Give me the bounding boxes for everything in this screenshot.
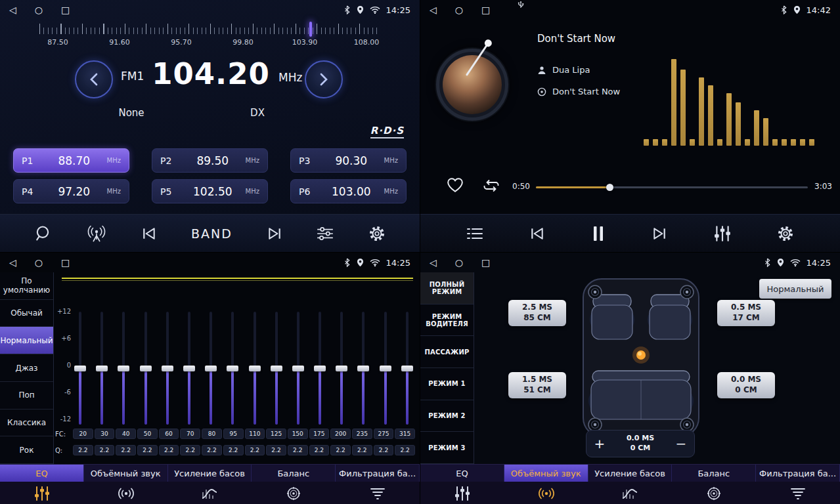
decrease-delay-button[interactable]: −	[668, 436, 694, 452]
slider-handle[interactable]	[205, 366, 217, 371]
preset-button-p4[interactable]: P497.20MHz	[13, 179, 129, 203]
eq-band-125hz[interactable]	[270, 312, 283, 425]
soundfield-mode-3[interactable]: РЕЖИМ 1	[420, 368, 474, 400]
eq-band-80hz[interactable]	[204, 312, 217, 425]
slider-handle[interactable]	[227, 366, 238, 371]
soundfield-mode-4[interactable]: РЕЖИМ 2	[420, 400, 474, 432]
slider-handle[interactable]	[314, 366, 326, 371]
eq-band-315hz[interactable]	[401, 312, 414, 425]
dsp-tab-3[interactable]: Баланс	[252, 465, 336, 482]
soundfield-mode-2[interactable]: ПАССАЖИР	[420, 336, 474, 368]
pause-button[interactable]	[591, 225, 606, 242]
nav-home-button[interactable]: ○	[455, 253, 463, 272]
nav-home-button[interactable]: ○	[35, 0, 43, 20]
previous-track-button[interactable]	[529, 226, 546, 241]
progress-knob[interactable]	[606, 184, 613, 191]
eq-band-175hz[interactable]	[313, 312, 326, 425]
eq-preset-5[interactable]: Классика	[0, 410, 53, 437]
nav-recents-button[interactable]: □	[481, 253, 490, 272]
slider-handle[interactable]	[162, 366, 173, 371]
eq-band-150hz[interactable]	[292, 312, 305, 425]
dsp-tab-3[interactable]: Баланс	[672, 465, 756, 482]
dsp-tab-0[interactable]: EQ	[420, 465, 504, 482]
dsp-tab-4[interactable]: Фильтрация ба...	[756, 465, 840, 482]
delay-rear-left[interactable]: 1.5 MS 51 CM	[508, 372, 566, 398]
dsp-tab-0[interactable]: EQ	[0, 465, 84, 482]
delay-rear-right[interactable]: 0.0 MS 0 CM	[717, 372, 775, 398]
nav-recents-button[interactable]: □	[61, 0, 70, 20]
dsp-tab-2[interactable]: Усиление басов	[168, 465, 252, 482]
nav-back-button[interactable]: ◁	[9, 253, 16, 272]
sound-preset-button[interactable]: Нормальный	[759, 279, 831, 299]
eq-preset-1[interactable]: Обычай	[0, 300, 53, 327]
eq-preset-2[interactable]: Нормальный	[0, 327, 53, 354]
favorite-button[interactable]	[447, 177, 464, 196]
tab-bass-boost-button[interactable]	[168, 482, 252, 504]
eq-band-70hz[interactable]	[183, 312, 196, 425]
slider-handle[interactable]	[401, 366, 413, 371]
delay-front-right[interactable]: 0.5 MS 17 CM	[717, 300, 775, 326]
increase-delay-button[interactable]: +	[586, 436, 613, 452]
nav-back-button[interactable]: ◁	[9, 0, 16, 20]
audio-settings-button[interactable]	[316, 226, 334, 242]
eq-preset-4[interactable]: Поп	[0, 382, 53, 410]
settings-button[interactable]	[776, 224, 795, 243]
tune-up-button[interactable]	[305, 60, 343, 98]
eq-band-275hz[interactable]	[379, 312, 392, 425]
eq-preset-0[interactable]: По умолчанию	[0, 272, 53, 300]
soundfield-mode-0[interactable]: ПОЛНЫЙ РЕЖИМ	[420, 272, 474, 304]
search-stations-button[interactable]	[33, 224, 52, 243]
tab-balance-button[interactable]	[252, 482, 336, 504]
preset-button-p6[interactable]: P6103.00MHz	[290, 179, 407, 203]
tab-filter-button[interactable]	[336, 482, 420, 504]
eq-band-200hz[interactable]	[335, 312, 348, 425]
preset-button-p5[interactable]: P5102.50MHz	[152, 179, 268, 203]
slider-handle[interactable]	[118, 366, 129, 371]
band-button[interactable]: BAND	[191, 226, 232, 241]
tab-balance-button[interactable]	[672, 482, 756, 504]
preset-button-p2[interactable]: P289.50MHz	[152, 148, 268, 173]
eq-band-50hz[interactable]	[139, 312, 152, 425]
dsp-tab-2[interactable]: Усиление басов	[588, 465, 673, 482]
progress-bar[interactable]	[536, 186, 808, 188]
playlist-button[interactable]	[466, 226, 484, 242]
slider-handle[interactable]	[292, 366, 304, 371]
eq-band-95hz[interactable]	[226, 312, 239, 425]
frequency-scale[interactable]: 87.5091.6095.7099.80103.90108.00	[39, 24, 381, 47]
tab-filter-button[interactable]	[756, 482, 840, 504]
slider-handle[interactable]	[183, 366, 195, 371]
eq-band-110hz[interactable]	[248, 312, 261, 425]
eq-band-30hz[interactable]	[95, 312, 108, 425]
slider-handle[interactable]	[271, 366, 282, 371]
preset-button-p3[interactable]: P390.30MHz	[290, 148, 407, 173]
eq-band-235hz[interactable]	[357, 312, 370, 425]
nav-recents-button[interactable]: □	[61, 253, 70, 272]
repeat-button[interactable]	[482, 179, 500, 195]
eq-preset-6[interactable]: Рок	[0, 436, 53, 464]
slider-handle[interactable]	[74, 366, 86, 371]
dsp-tab-1[interactable]: Объёмный звук	[504, 465, 588, 482]
eq-preset-3[interactable]: Джаз	[0, 354, 53, 382]
next-track-button[interactable]	[651, 226, 668, 241]
nav-back-button[interactable]: ◁	[430, 0, 437, 20]
eq-band-20hz[interactable]	[74, 312, 87, 425]
delay-front-left[interactable]: 2.5 MS 85 CM	[508, 300, 566, 326]
slider-handle[interactable]	[140, 366, 152, 371]
slider-handle[interactable]	[336, 366, 347, 371]
slider-handle[interactable]	[96, 366, 108, 371]
next-station-button[interactable]	[266, 226, 283, 241]
dsp-tab-1[interactable]: Объёмный звук	[84, 465, 168, 482]
tab-surround-button[interactable]	[84, 482, 168, 504]
tune-down-button[interactable]	[75, 60, 113, 98]
tab-surround-button[interactable]	[504, 482, 588, 504]
slider-handle[interactable]	[249, 366, 261, 371]
nav-home-button[interactable]: ○	[455, 0, 463, 20]
preset-button-p1[interactable]: P188.70MHz	[13, 148, 129, 173]
equalizer-button[interactable]	[713, 225, 732, 242]
soundfield-mode-5[interactable]: РЕЖИМ 3	[420, 432, 474, 464]
nav-back-button[interactable]: ◁	[430, 253, 437, 272]
slider-handle[interactable]	[357, 366, 369, 371]
nav-recents-button[interactable]: □	[481, 0, 490, 20]
settings-button[interactable]	[368, 224, 386, 243]
slider-handle[interactable]	[380, 366, 391, 371]
